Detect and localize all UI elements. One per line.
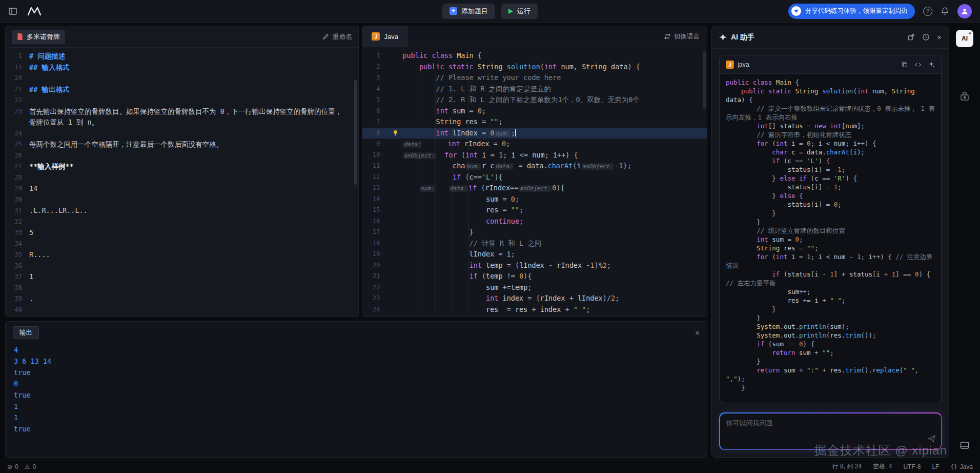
output-tab[interactable]: 输出: [13, 326, 39, 339]
output-panel: 输出 × 43 6 13 14true0true11true: [5, 321, 707, 458]
run-button[interactable]: 运行: [501, 4, 538, 19]
code-line[interactable]: 11 chanum:r cdata: = data.charAt(ianObje…: [362, 161, 707, 172]
problem-line[interactable]: 25每两个数之间用一个空格隔开，注意最后一个数后面没有空格。: [6, 139, 358, 150]
eol-setting[interactable]: LF: [932, 463, 939, 470]
switch-language-button[interactable]: 切换语言: [664, 32, 700, 41]
code-line[interactable]: 7 String res = "";: [362, 116, 707, 128]
problem-lines[interactable]: 1# 问题描述11## 输入格式2021## 输出格式2223首先输出保持竖立的…: [6, 48, 358, 317]
rename-button[interactable]: 重命名: [322, 32, 352, 42]
code-line[interactable]: 6 int sum = 0;: [362, 106, 707, 117]
add-problem-button[interactable]: + 添加题目: [442, 4, 495, 19]
code-line[interactable]: 3 // Please write your code here: [362, 72, 707, 84]
send-icon[interactable]: [927, 435, 936, 445]
problem-line[interactable]: 28: [6, 172, 358, 184]
code-line[interactable]: 1public class Main {: [362, 50, 707, 62]
code-line[interactable]: 9data: int rIndex = 0;: [362, 139, 707, 150]
lightbulb-icon[interactable]: [388, 128, 402, 139]
language-mode[interactable]: {} Java: [950, 463, 973, 470]
line-number: 27: [6, 161, 29, 172]
encoding-setting[interactable]: UTF-8: [903, 463, 921, 470]
line-number: 14: [362, 194, 388, 205]
plugin-icon[interactable]: [959, 91, 970, 104]
problem-line[interactable]: 22: [6, 95, 358, 106]
problem-line[interactable]: 39.: [6, 293, 358, 305]
problem-line[interactable]: 24: [6, 128, 358, 140]
bell-icon[interactable]: [941, 7, 949, 15]
code-line[interactable]: 13 num: data:if (rIndex==anObject:0){: [362, 183, 707, 194]
code-line[interactable]: 15 res = "";: [362, 205, 707, 216]
problem-line[interactable]: 38: [6, 283, 358, 294]
problem-line[interactable]: 23首先输出保持竖立的骨牌数目。如果保持竖立的骨牌数目不为 0，下一行输出保持竖…: [6, 106, 358, 128]
problem-line[interactable]: 20: [6, 73, 358, 84]
code-line[interactable]: 8 int lIndex = 0num:;: [362, 128, 707, 139]
ai-close-icon[interactable]: ×: [937, 33, 942, 42]
insert-code-icon[interactable]: [914, 61, 922, 68]
problem-line-text: [29, 305, 358, 316]
code-line[interactable]: 4 // 1. L 和 R 之间的肯定是竖立的: [362, 84, 707, 95]
problem-line[interactable]: 30: [6, 194, 358, 206]
problem-line[interactable]: 32: [6, 216, 358, 228]
code-line[interactable]: 14 sum = 0;: [362, 194, 707, 205]
ai-question-input[interactable]: [726, 419, 923, 444]
code-line[interactable]: 20 int temp = (lIndex - rIndex -1)%2;: [362, 260, 707, 271]
code-line[interactable]: 18 // 计算 R 和 L 之间: [362, 238, 707, 249]
code-lines: 1public class Main {2 public static Stri…: [362, 50, 707, 315]
panel-toggle-icon[interactable]: [959, 440, 970, 452]
code-line[interactable]: 2 public static String solution(int num,…: [362, 62, 707, 73]
problem-line[interactable]: 31.L.R...LR..L..: [6, 205, 358, 216]
statusbar: ⊘ 0 ⚠ 0 行 8, 列 24 空格: 4 UTF-8 LF {} Java: [0, 460, 980, 473]
problem-line[interactable]: 1# 问题描述: [6, 51, 358, 62]
code-line[interactable]: 5 // 2. R 和 L 之间的下标之差单数为1个，0、双数、无穷为0个: [362, 94, 707, 106]
problem-line[interactable]: 36: [6, 261, 358, 272]
code-line[interactable]: 22 sum +=temp;: [362, 282, 707, 293]
line-number: 15: [362, 205, 388, 216]
problem-line[interactable]: 26: [6, 150, 358, 162]
code-editor[interactable]: 1public class Main {2 public static Stri…: [362, 47, 707, 317]
help-icon[interactable]: ?: [923, 7, 932, 16]
app-logo-icon[interactable]: [27, 6, 42, 16]
problem-line-text: [29, 216, 358, 228]
problem-line[interactable]: 21## 输出格式: [6, 84, 358, 95]
code-line[interactable]: 12 if (c=='L'){: [362, 172, 707, 183]
cursor-position[interactable]: 行 8, 列 24: [832, 462, 862, 471]
problem-line-text: # 问题描述: [29, 51, 358, 62]
promo-badge-icon: ★: [791, 6, 801, 16]
warnings-indicator[interactable]: ⚠ 0: [25, 463, 36, 470]
problem-scrollbar[interactable]: [354, 80, 357, 185]
ai-input-box: [720, 413, 941, 449]
problem-line[interactable]: 40: [6, 305, 358, 316]
code-line[interactable]: 24 res = res + index + " ";: [362, 304, 707, 316]
sidebar-toggle-icon[interactable]: [8, 7, 17, 16]
problem-line[interactable]: 35R....: [6, 249, 358, 261]
editor-scrollbar[interactable]: [703, 51, 706, 109]
code-line[interactable]: 17 }: [362, 227, 707, 238]
problem-line[interactable]: 34: [6, 239, 358, 250]
errors-indicator[interactable]: ⊘ 0: [7, 463, 18, 470]
promo-banner[interactable]: ★ 分享代码练习体验，领限量定制周边: [788, 4, 915, 19]
ai-code-card: J java public c: [719, 55, 942, 403]
code-line[interactable]: 19 lIndex = i;: [362, 249, 707, 260]
problem-line[interactable]: 335: [6, 227, 358, 239]
tab-java[interactable]: J Java: [362, 26, 407, 47]
output-line: true: [14, 367, 699, 378]
output-close-icon[interactable]: ×: [695, 328, 700, 337]
problem-title-chip[interactable]: 多米诺骨牌: [12, 30, 65, 44]
code-line[interactable]: 21 if (temp != 0){: [362, 271, 707, 282]
code-line[interactable]: 16 continue;: [362, 216, 707, 227]
problem-line[interactable]: 2914: [6, 183, 358, 194]
problem-line[interactable]: 11## 输入格式: [6, 62, 358, 73]
ai-sidebar-button[interactable]: AI: [956, 30, 973, 47]
problem-line[interactable]: 371: [6, 271, 358, 283]
code-line[interactable]: 23 int index = (rIndex + lIndex)/2;: [362, 293, 707, 304]
avatar[interactable]: [957, 4, 972, 18]
history-clock-icon[interactable]: [922, 33, 930, 41]
problem-line[interactable]: 27**输入样例**: [6, 161, 358, 172]
copy-icon[interactable]: [901, 61, 908, 68]
ai-code[interactable]: public class Main { public static String…: [720, 74, 941, 403]
indentation-setting[interactable]: 空格: 4: [873, 462, 892, 471]
output-line: true: [14, 423, 699, 435]
code-line[interactable]: 10anObject: for (int i = 1; i <= num; i+…: [362, 150, 707, 161]
magic-wand-icon[interactable]: [928, 61, 935, 68]
output-line: 3 6 13 14: [14, 356, 699, 367]
open-external-icon[interactable]: [907, 33, 915, 41]
